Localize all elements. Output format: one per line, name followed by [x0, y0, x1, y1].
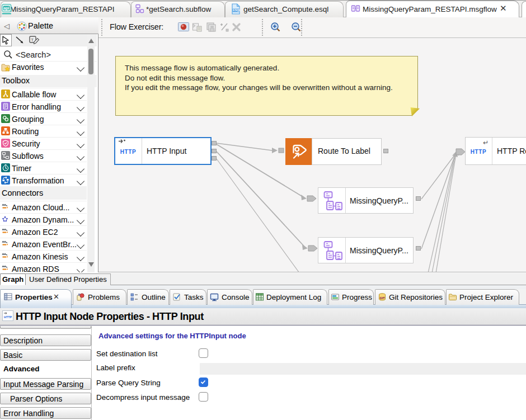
svg-text:ESQL: ESQL — [233, 8, 241, 12]
svg-text:T: T — [31, 37, 34, 43]
svg-text:GIT: GIT — [379, 296, 385, 300]
svg-text:api: api — [3, 6, 9, 11]
svg-text:HTTP: HTTP — [4, 315, 12, 319]
